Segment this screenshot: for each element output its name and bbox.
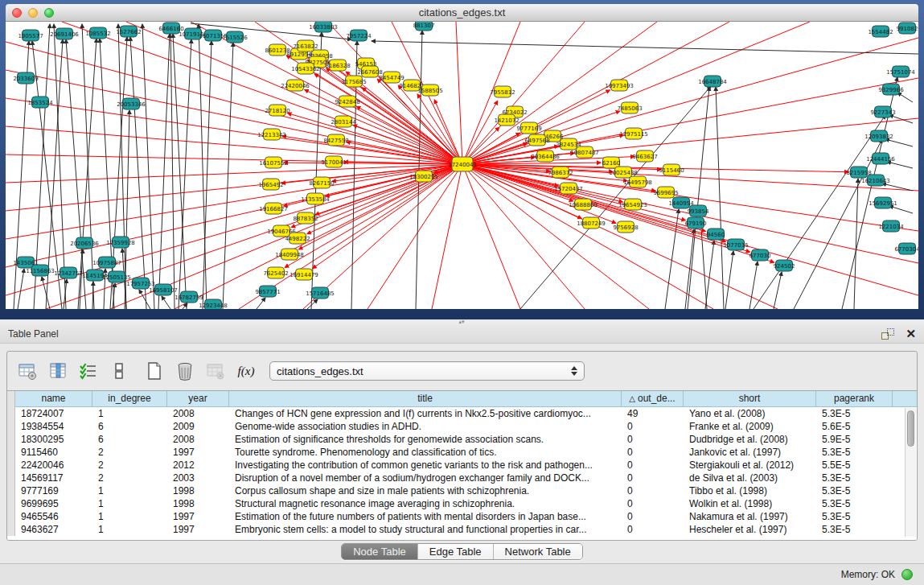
table-row[interactable]: 1938455462009Genome-wide association stu…	[7, 420, 917, 433]
column-header-pagerank[interactable]: pagerank	[816, 391, 893, 407]
table-cell[interactable]: 0	[622, 510, 684, 523]
table-vertical-scrollbar[interactable]	[905, 408, 916, 537]
table-cell[interactable]: 1997	[167, 510, 229, 523]
table-row[interactable]: 946554611997Estimation of the future num…	[7, 510, 917, 523]
table-cell[interactable]: 5.3E-5	[816, 523, 893, 536]
table-cell[interactable]: 0	[622, 484, 684, 497]
graph-node[interactable]: 9699695	[653, 187, 678, 198]
table-cell[interactable]: 2	[92, 459, 167, 472]
column-header-out-de-[interactable]: △out_de...	[622, 391, 684, 407]
table-cell[interactable]: Tourette syndrome. Phenomenology and cla…	[229, 446, 622, 459]
graph-node[interactable]: 20053346	[117, 98, 146, 109]
table-row[interactable]: 977716911998Corpus callosum shape and si…	[7, 484, 917, 497]
table-cell[interactable]: 0	[622, 433, 684, 446]
graph-node[interactable]: 10975887	[92, 257, 121, 268]
graph-node[interactable]: 8267150	[309, 177, 334, 188]
graph-node[interactable]: 2033609	[13, 72, 38, 84]
scrollbar-thumb[interactable]	[907, 410, 914, 447]
column-header-name[interactable]: name	[15, 391, 92, 407]
table-cell[interactable]: 18300295	[15, 433, 92, 446]
table-cell[interactable]: 5.3E-5	[816, 472, 893, 484]
row-height-button[interactable]	[109, 360, 129, 381]
graph-node[interactable]: 7625402	[263, 267, 288, 278]
show-columns-button[interactable]	[47, 360, 68, 381]
graph-node[interactable]: 16033803	[309, 22, 338, 32]
column-header-short[interactable]: short	[684, 391, 816, 407]
graph-node[interactable]: 9329966	[878, 84, 904, 95]
graph-node[interactable]: 1965492	[258, 179, 283, 190]
graph-node[interactable]: 18409948	[275, 249, 304, 260]
table-cell[interactable]: 9465546	[15, 510, 92, 523]
graph-node[interactable]: 924502	[774, 260, 795, 271]
graph-node[interactable]: 94560	[707, 229, 725, 240]
table-cell[interactable]: 2012	[167, 459, 229, 472]
graph-node[interactable]: 16107552	[259, 157, 288, 168]
graph-node[interactable]: 1085532	[85, 27, 110, 39]
table-cell[interactable]: Yano et al. (2008)	[684, 407, 816, 420]
network-canvas[interactable]: 8601238891295422260589827508818632854615…	[6, 22, 918, 309]
create-column-button[interactable]	[144, 360, 165, 381]
table-cell[interactable]: Structural magnetic resonance image aver…	[229, 497, 622, 510]
table-cell[interactable]: 9463627	[15, 523, 92, 536]
table-cell[interactable]: Investigating the contribution of common…	[229, 459, 622, 472]
table-cell[interactable]: 49	[622, 407, 684, 420]
table-cell[interactable]: 0	[622, 497, 684, 510]
table-cell[interactable]: 2	[92, 472, 167, 484]
table-cell[interactable]: 2003	[167, 472, 229, 484]
table-cell[interactable]: Tibbo et al. (1998)	[684, 484, 816, 497]
table-cell[interactable]: 0	[622, 459, 684, 472]
table-cell[interactable]: 6	[92, 420, 167, 433]
table-cell[interactable]: Hescheler et al. (1997)	[684, 523, 816, 536]
table-cell[interactable]: Genome-wide association studies in ADHD.	[229, 420, 622, 433]
table-cell[interactable]: 1	[92, 497, 167, 510]
column-header-year[interactable]: year	[167, 391, 229, 407]
table-cell[interactable]: 9115460	[15, 446, 92, 459]
graph-node[interactable]: 6770304	[894, 243, 918, 254]
graph-node[interactable]: 15751074	[886, 66, 915, 77]
table-cell[interactable]: 5.9E-5	[816, 433, 893, 446]
table-cell[interactable]: Jankovic et al. (1997)	[684, 446, 816, 459]
table-cell[interactable]: 1998	[167, 497, 229, 510]
graph-node[interactable]: 15716485	[306, 287, 335, 299]
table-cell[interactable]: Nakamura et al. (1997)	[684, 510, 816, 523]
table-cell[interactable]: 1	[92, 523, 167, 536]
graph-node[interactable]: 991082	[897, 23, 918, 34]
table-cell[interactable]: 19384554	[15, 420, 92, 433]
table-row[interactable]: 2242004622012Investigating the contribut…	[7, 459, 917, 472]
table-cell[interactable]: Stergiakouli et al. (2012)	[684, 459, 816, 472]
table-cell[interactable]: 1	[92, 510, 167, 523]
graph-node[interactable]: 679190	[685, 217, 707, 229]
table-cell[interactable]: 0	[622, 523, 684, 536]
graph-node[interactable]: 9115460	[659, 164, 684, 175]
graph-node[interactable]: 1221034	[878, 220, 904, 232]
table-cell[interactable]: Embryonic stem cells: a model to study s…	[229, 523, 622, 536]
function-builder-button[interactable]: f(x)	[236, 360, 257, 381]
graph-node[interactable]: 1853524	[27, 97, 53, 108]
graph-node[interactable]: 1905577	[18, 30, 43, 41]
table-row[interactable]: 1830029562008Estimation of significance …	[7, 433, 917, 446]
graph-node[interactable]: 9756928	[613, 221, 638, 233]
selection-mode-button[interactable]	[78, 360, 99, 381]
graph-node[interactable]: 10973493	[605, 80, 634, 91]
window-titlebar[interactable]: citations_edges.txt	[6, 4, 918, 22]
table-cell[interactable]: 6	[92, 433, 167, 446]
table-cell[interactable]: 1	[92, 407, 167, 420]
table-cell[interactable]: Franke et al. (2009)	[684, 420, 816, 433]
graph-node[interactable]: 677030	[749, 249, 771, 261]
table-cell[interactable]: 1998	[167, 484, 229, 497]
table-cell[interactable]: 5.3E-5	[816, 484, 893, 497]
graph-node[interactable]: 881307	[413, 22, 435, 31]
table-cell[interactable]: de Silva et al. (2003)	[684, 472, 816, 484]
table-cell[interactable]: Dudbridge et al. (2008)	[684, 433, 816, 446]
graph-node[interactable]: 9463627	[632, 150, 657, 162]
table-row[interactable]: 969969511998Structural magnetic resonanc…	[7, 497, 917, 510]
table-cell[interactable]: 5.6E-5	[816, 420, 893, 433]
table-cell[interactable]: 9699695	[15, 497, 92, 510]
graph-node[interactable]: 7485063	[617, 102, 642, 113]
table-cell[interactable]: 2	[92, 446, 167, 459]
table-cell[interactable]: 18724007	[15, 407, 92, 420]
memory-status-indicator[interactable]	[901, 569, 913, 580]
table-cell[interactable]: 1997	[167, 523, 229, 536]
graph-node[interactable]: 1554482	[868, 26, 893, 37]
table-cell[interactable]: 0	[622, 420, 684, 433]
